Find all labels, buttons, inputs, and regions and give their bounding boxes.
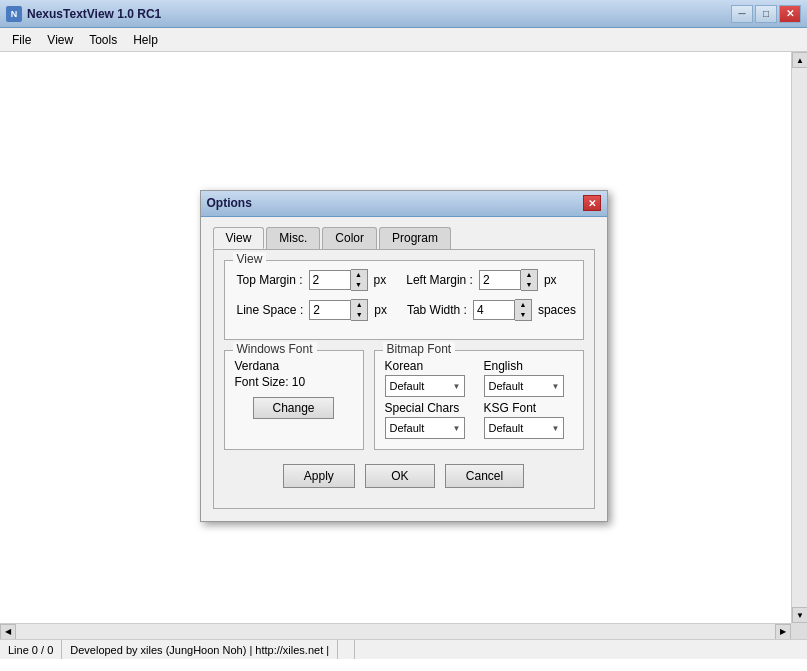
- tab-width-unit: spaces: [538, 303, 576, 317]
- tab-color[interactable]: Color: [322, 227, 377, 249]
- minimize-button[interactable]: ─: [731, 5, 753, 23]
- tab-bar: View Misc. Color Program: [213, 227, 595, 249]
- tab-width-pair: Tab Width : ▲ ▼ spaces: [407, 299, 576, 321]
- special-field-group: Special Chars Default: [385, 401, 474, 439]
- tab-program[interactable]: Program: [379, 227, 451, 249]
- title-bar: N NexusTextView 1.0 RC1 ─ □ ✕: [0, 0, 807, 28]
- left-margin-pair: Left Margin : ▲ ▼ px: [406, 269, 556, 291]
- lower-section: Windows Font Verdana Font Size: 10 Chang…: [224, 350, 584, 450]
- korean-field-group: Korean Default: [385, 359, 474, 397]
- special-select-wrapper: Default: [385, 417, 465, 439]
- dialog-close-button[interactable]: ✕: [583, 195, 601, 211]
- close-button[interactable]: ✕: [779, 5, 801, 23]
- top-margin-pair: Top Margin : ▲ ▼ px: [237, 269, 387, 291]
- scroll-down-button[interactable]: ▼: [792, 607, 807, 623]
- dialog-overlay: Options ✕ View Misc. Color Program View: [0, 52, 807, 659]
- tab-width-label: Tab Width :: [407, 303, 467, 317]
- horizontal-scrollbar[interactable]: ◀ ▶: [0, 623, 791, 639]
- bitmap-font-box: Bitmap Font Korean Default: [374, 350, 584, 450]
- top-margin-field[interactable]: [309, 270, 351, 290]
- font-size-display: Font Size: 10: [235, 375, 353, 389]
- view-section: View Top Margin : ▲ ▼: [224, 260, 584, 340]
- status-extra: [338, 640, 355, 659]
- korean-select[interactable]: Default: [385, 375, 465, 397]
- left-margin-field[interactable]: [479, 270, 521, 290]
- english-label: English: [484, 359, 573, 373]
- tab-width-up[interactable]: ▲: [515, 300, 531, 310]
- top-margin-spinners: ▲ ▼: [351, 269, 368, 291]
- line-space-input: ▲ ▼: [309, 299, 368, 321]
- menu-bar: File View Tools Help: [0, 28, 807, 52]
- bitmap-font-grid: Korean Default English: [385, 359, 573, 439]
- tab-body: View Top Margin : ▲ ▼: [213, 249, 595, 509]
- tab-width-down[interactable]: ▼: [515, 310, 531, 320]
- tab-misc[interactable]: Misc.: [266, 227, 320, 249]
- line-space-field[interactable]: [309, 300, 351, 320]
- ksg-select-wrapper: Default: [484, 417, 564, 439]
- ksg-select[interactable]: Default: [484, 417, 564, 439]
- menu-help[interactable]: Help: [125, 31, 166, 49]
- window-title: NexusTextView 1.0 RC1: [27, 7, 731, 21]
- korean-label: Korean: [385, 359, 474, 373]
- scrollbar-corner: [791, 623, 807, 639]
- status-bar: Line 0 / 0 Developed by xiles (JungHoon …: [0, 639, 807, 659]
- ksg-label: KSG Font: [484, 401, 573, 415]
- font-name-display: Verdana: [235, 359, 353, 373]
- spacing-row: Line Space : ▲ ▼ px: [237, 299, 571, 321]
- top-margin-down[interactable]: ▼: [351, 280, 367, 290]
- apply-button[interactable]: Apply: [283, 464, 355, 488]
- windows-font-box: Windows Font Verdana Font Size: 10 Chang…: [224, 350, 364, 450]
- special-select[interactable]: Default: [385, 417, 465, 439]
- special-label: Special Chars: [385, 401, 474, 415]
- tab-view[interactable]: View: [213, 227, 265, 249]
- tab-width-spinners: ▲ ▼: [515, 299, 532, 321]
- dialog-title-bar: Options ✕: [201, 191, 607, 217]
- dialog-buttons: Apply OK Cancel: [224, 460, 584, 488]
- main-area: Options ✕ View Misc. Color Program View: [0, 52, 807, 659]
- left-margin-up[interactable]: ▲: [521, 270, 537, 280]
- english-select[interactable]: Default: [484, 375, 564, 397]
- bitmap-font-label: Bitmap Font: [383, 342, 456, 356]
- maximize-button[interactable]: □: [755, 5, 777, 23]
- left-margin-input: ▲ ▼: [479, 269, 538, 291]
- line-space-up[interactable]: ▲: [351, 300, 367, 310]
- cancel-button[interactable]: Cancel: [445, 464, 524, 488]
- menu-tools[interactable]: Tools: [81, 31, 125, 49]
- line-space-unit: px: [374, 303, 387, 317]
- left-margin-label: Left Margin :: [406, 273, 473, 287]
- left-margin-spinners: ▲ ▼: [521, 269, 538, 291]
- title-bar-buttons: ─ □ ✕: [731, 5, 801, 23]
- english-field-group: English Default: [484, 359, 573, 397]
- menu-view[interactable]: View: [39, 31, 81, 49]
- scroll-left-button[interactable]: ◀: [0, 624, 16, 640]
- line-space-pair: Line Space : ▲ ▼ px: [237, 299, 387, 321]
- top-margin-up[interactable]: ▲: [351, 270, 367, 280]
- ok-button[interactable]: OK: [365, 464, 435, 488]
- line-space-label: Line Space :: [237, 303, 304, 317]
- menu-file[interactable]: File: [4, 31, 39, 49]
- korean-select-wrapper: Default: [385, 375, 465, 397]
- margin-row: Top Margin : ▲ ▼ px: [237, 269, 571, 291]
- line-position: Line 0 / 0: [0, 640, 62, 659]
- line-space-spinners: ▲ ▼: [351, 299, 368, 321]
- options-dialog: Options ✕ View Misc. Color Program View: [200, 190, 608, 522]
- status-credit: Developed by xiles (JungHoon Noh) | http…: [62, 640, 338, 659]
- ksg-field-group: KSG Font Default: [484, 401, 573, 439]
- change-font-button[interactable]: Change: [253, 397, 333, 419]
- top-margin-input: ▲ ▼: [309, 269, 368, 291]
- app-icon: N: [6, 6, 22, 22]
- view-section-label: View: [233, 252, 267, 266]
- dialog-title: Options: [207, 196, 583, 210]
- windows-font-label: Windows Font: [233, 342, 317, 356]
- top-margin-unit: px: [374, 273, 387, 287]
- scroll-track-v[interactable]: [792, 68, 807, 607]
- scroll-right-button[interactable]: ▶: [775, 624, 791, 640]
- scroll-up-button[interactable]: ▲: [792, 52, 807, 68]
- tab-width-field[interactable]: [473, 300, 515, 320]
- english-select-wrapper: Default: [484, 375, 564, 397]
- line-space-down[interactable]: ▼: [351, 310, 367, 320]
- vertical-scrollbar[interactable]: ▲ ▼: [791, 52, 807, 623]
- scroll-track-h[interactable]: [16, 624, 775, 640]
- left-margin-down[interactable]: ▼: [521, 280, 537, 290]
- top-margin-label: Top Margin :: [237, 273, 303, 287]
